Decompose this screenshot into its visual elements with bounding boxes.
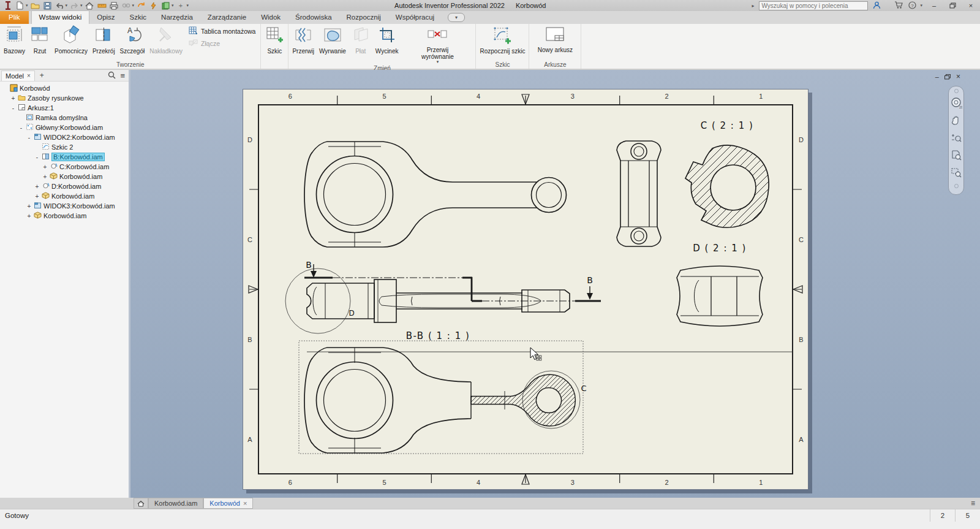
measure-icon[interactable] [97, 1, 107, 10]
browser-menu-icon[interactable]: ≡ [120, 71, 125, 80]
expander-icon[interactable]: - [18, 124, 24, 131]
window-minimize-button[interactable]: – [927, 1, 941, 10]
zoom-all-icon[interactable] [951, 150, 962, 163]
tree-item-arkusz[interactable]: - Arkusz:1 [0, 103, 129, 113]
break-out-button[interactable]: Wyrwanie [317, 25, 349, 64]
browser-add-tab-icon[interactable]: + [40, 71, 44, 80]
tab-close-icon[interactable]: × [243, 500, 247, 507]
tree-item-korbowod-iam-1[interactable]: + Korbowód.iam [0, 172, 129, 181]
zoom-window-icon[interactable] [951, 167, 962, 180]
auxiliary-view-button[interactable]: Pomocniczy [52, 25, 90, 61]
ribbon-tab-wstaw-widoki[interactable]: Wstaw widoki [31, 10, 90, 24]
ribbon-tab-rozpocznij[interactable]: Rozpocznij [339, 11, 388, 24]
ribbon-tab-narzedzia[interactable]: Narzędzia [154, 11, 200, 24]
assembly-table-button[interactable]: Tablica montażowa [189, 26, 255, 36]
search-expand-icon[interactable]: ▸ [752, 3, 754, 9]
document-tab-korbowod[interactable]: Korbowód× [203, 498, 253, 509]
undo-caret-icon[interactable]: ▾ [66, 3, 68, 8]
expander-icon[interactable]: - [26, 134, 32, 141]
redo-caret-icon[interactable]: ▾ [80, 3, 83, 8]
view-section-bb[interactable]: B-B ( 1 : 1 ) C [299, 330, 587, 454]
tree-item-c-korbowod[interactable]: + C:Korbowód.iam [0, 162, 129, 172]
ribbon-tab-srodowiska[interactable]: Środowiska [288, 11, 339, 24]
document-tab-korbowod-iam[interactable]: Korbowód.iam [148, 498, 203, 509]
new-file-caret-icon[interactable]: ▾ [26, 3, 28, 8]
drawing-sheet[interactable]: 654321 654321 DCBA DCBA [243, 89, 809, 490]
ribbon-tab-szkic[interactable]: Szkic [123, 11, 154, 24]
section-view-button[interactable]: Przekrój [90, 25, 118, 61]
tree-item-widok2[interactable]: - WIDOK2:Korbowód.iam [0, 132, 129, 142]
new-file-icon[interactable] [15, 1, 25, 10]
help-icon[interactable]: ? [908, 1, 916, 10]
help-search-input[interactable] [759, 1, 868, 10]
redo-icon[interactable] [69, 1, 80, 10]
detail-view-button[interactable]: A Szczegół [118, 25, 148, 61]
overlay-view-button[interactable]: Nakładkowy [147, 25, 185, 61]
steering-wheel-icon[interactable]: 2D [950, 97, 962, 112]
doc-close-icon[interactable]: × [956, 72, 960, 81]
home-view-tab[interactable] [134, 498, 148, 509]
base-view-button[interactable]: Bazowy [1, 25, 28, 61]
tree-item-glowny[interactable]: - Główny:Korbowód.iam [0, 123, 129, 132]
expander-icon[interactable]: + [34, 193, 40, 200]
expander-icon[interactable]: - [10, 105, 16, 112]
start-sketch-button[interactable]: Rozpocznij szkic [477, 25, 527, 61]
app-store-cart-icon[interactable] [894, 1, 903, 10]
expander-icon[interactable]: + [26, 203, 32, 210]
browser-tab-close-icon[interactable]: × [27, 72, 31, 79]
expander-icon[interactable]: + [42, 173, 48, 180]
tree-item-szkic2[interactable]: Szkic 2 [0, 142, 129, 152]
ribbon-tab-widok[interactable]: Widok [254, 11, 288, 24]
doc-restore-icon[interactable] [944, 71, 951, 82]
graphics-canvas[interactable]: – × 654321 654321 DCBA DCBA [130, 70, 980, 498]
tree-item-b-korbowod[interactable]: - B:Korbowód.iam [0, 152, 129, 162]
tree-item-korbowod-iam-2[interactable]: + Korbowód.iam [0, 191, 129, 201]
browser-search-icon[interactable] [108, 71, 116, 80]
signin-user-icon[interactable] [873, 1, 881, 10]
ribbon-tab-wspolpracuj[interactable]: Współpracuj [388, 11, 442, 24]
tree-item-korbowod-iam-3[interactable]: + Korbowód.iam [0, 211, 129, 221]
expander-icon[interactable]: + [42, 164, 48, 170]
pan-hand-icon[interactable] [951, 115, 962, 129]
doc-minimize-icon[interactable]: – [935, 73, 939, 80]
open-icon[interactable] [30, 1, 40, 10]
undo-icon[interactable] [55, 1, 65, 10]
expander-icon[interactable]: + [10, 95, 16, 102]
projected-view-button[interactable]: Rzut [28, 25, 52, 61]
window-close-button[interactable]: × [964, 1, 978, 10]
ribbon-tab-plik[interactable]: Plik [0, 11, 29, 24]
material-caret-icon[interactable]: ▾ [172, 3, 174, 8]
break-button[interactable]: Przerwij [290, 25, 317, 64]
tree-item-d-korbowod[interactable]: + D:Korbowód.iam [0, 181, 129, 191]
print-icon[interactable] [109, 1, 119, 10]
expander-icon[interactable]: + [26, 213, 32, 219]
material-icon[interactable] [160, 1, 171, 10]
add-command-icon[interactable]: + [176, 1, 186, 10]
tree-item-zasoby[interactable]: + Zasoby rysunkowe [0, 93, 129, 103]
ribbon-display-toggle-icon[interactable]: ▾ [448, 13, 465, 22]
update-icon[interactable] [136, 1, 146, 10]
draft-button[interactable]: Szkic [262, 25, 287, 61]
expander-icon[interactable]: + [34, 183, 40, 190]
zoom-icon[interactable] [951, 132, 962, 146]
crop-button[interactable]: Wycinek [373, 25, 401, 64]
browser-tab-model[interactable]: Model× [1, 70, 35, 81]
expander-icon[interactable]: - [34, 154, 40, 161]
link-icon[interactable] [121, 1, 132, 10]
link-caret-icon[interactable]: ▾ [132, 3, 135, 8]
joint-button[interactable]: Złącze [189, 39, 255, 48]
help-caret-icon[interactable]: ▾ [920, 3, 922, 8]
tree-item-root[interactable]: Korbowód [0, 83, 129, 93]
new-sheet-button[interactable]: Nowy arkusz [530, 25, 579, 61]
window-restore-button[interactable] [946, 1, 959, 10]
tree-item-ramka[interactable]: Ramka domyślna [0, 113, 129, 123]
break-alignment-button[interactable]: Przerwij wyrównanie ▾ [401, 25, 474, 64]
refresh-icon[interactable] [148, 1, 159, 10]
save-icon[interactable] [42, 1, 53, 10]
ribbon-tab-zarzadzanie[interactable]: Zarządzanie [200, 11, 254, 24]
home-icon[interactable] [85, 1, 95, 10]
tree-item-widok3[interactable]: + WIDOK3:Korbowód.iam [0, 201, 129, 211]
slice-button[interactable]: Płat [349, 25, 373, 64]
ribbon-tab-opisz[interactable]: Opisz [89, 11, 122, 24]
tab-list-menu-icon[interactable]: ≡ [971, 499, 975, 508]
